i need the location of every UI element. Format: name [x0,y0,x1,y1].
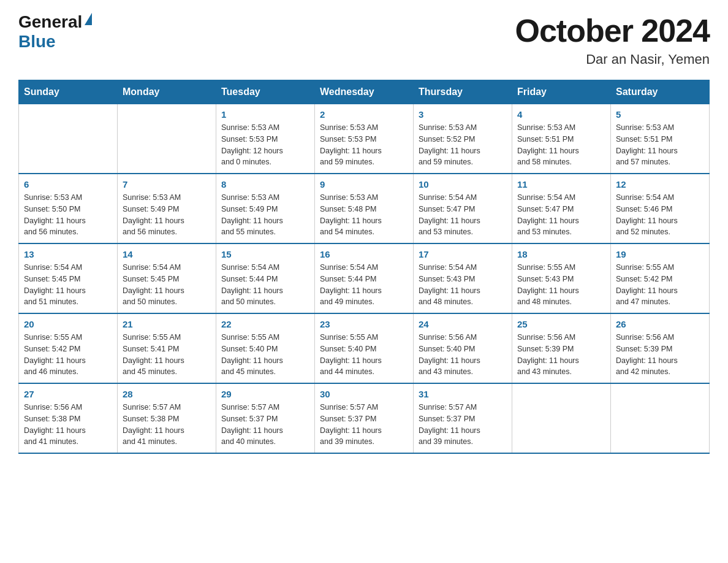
calendar-cell: 24Sunrise: 5:56 AM Sunset: 5:40 PM Dayli… [414,313,512,383]
day-info: Sunrise: 5:55 AM Sunset: 5:40 PM Dayligh… [221,332,309,378]
day-info: Sunrise: 5:54 AM Sunset: 5:47 PM Dayligh… [517,192,605,238]
day-number: 17 [419,249,507,259]
day-info: Sunrise: 5:53 AM Sunset: 5:49 PM Dayligh… [221,192,309,238]
day-number: 8 [221,179,309,190]
day-number: 16 [320,249,408,259]
day-number: 5 [616,109,704,120]
calendar-week-5: 27Sunrise: 5:56 AM Sunset: 5:38 PM Dayli… [19,383,710,453]
calendar-cell: 3Sunrise: 5:53 AM Sunset: 5:52 PM Daylig… [414,104,512,174]
calendar-cell: 2Sunrise: 5:53 AM Sunset: 5:53 PM Daylig… [315,104,414,174]
day-number: 26 [616,319,704,329]
day-info: Sunrise: 5:53 AM Sunset: 5:51 PM Dayligh… [616,122,704,168]
day-header-sunday: Sunday [19,80,118,104]
day-info: Sunrise: 5:55 AM Sunset: 5:42 PM Dayligh… [24,332,112,378]
day-info: Sunrise: 5:54 AM Sunset: 5:43 PM Dayligh… [419,262,507,308]
day-info: Sunrise: 5:54 AM Sunset: 5:47 PM Dayligh… [419,192,507,238]
calendar-cell: 22Sunrise: 5:55 AM Sunset: 5:40 PM Dayli… [216,313,315,383]
day-number: 3 [419,109,507,120]
calendar-cell: 7Sunrise: 5:53 AM Sunset: 5:49 PM Daylig… [118,174,216,243]
day-info: Sunrise: 5:55 AM Sunset: 5:41 PM Dayligh… [123,332,211,378]
calendar-cell: 25Sunrise: 5:56 AM Sunset: 5:39 PM Dayli… [512,313,611,383]
calendar-cell [611,383,710,453]
day-number: 30 [320,389,408,399]
day-number: 1 [221,109,309,120]
location: Dar an Nasir, Yemen [515,52,710,67]
calendar-cell: 5Sunrise: 5:53 AM Sunset: 5:51 PM Daylig… [611,104,710,174]
day-info: Sunrise: 5:53 AM Sunset: 5:52 PM Dayligh… [419,122,507,168]
calendar-cell: 6Sunrise: 5:53 AM Sunset: 5:50 PM Daylig… [19,174,118,243]
calendar-cell: 1Sunrise: 5:53 AM Sunset: 5:53 PM Daylig… [216,104,315,174]
day-info: Sunrise: 5:54 AM Sunset: 5:45 PM Dayligh… [123,262,211,308]
day-info: Sunrise: 5:53 AM Sunset: 5:51 PM Dayligh… [517,122,605,168]
day-number: 18 [517,249,605,259]
calendar-cell: 23Sunrise: 5:55 AM Sunset: 5:40 PM Dayli… [315,313,414,383]
day-header-saturday: Saturday [611,80,710,104]
day-number: 14 [123,249,211,259]
calendar-table: SundayMondayTuesdayWednesdayThursdayFrid… [18,80,710,454]
calendar-cell [19,104,118,174]
day-number: 6 [24,179,112,190]
month-title: October 2024 [515,12,710,49]
day-info: Sunrise: 5:55 AM Sunset: 5:42 PM Dayligh… [616,262,704,308]
day-number: 20 [24,319,112,329]
day-number: 12 [616,179,704,190]
day-info: Sunrise: 5:53 AM Sunset: 5:53 PM Dayligh… [320,122,408,168]
calendar-cell: 28Sunrise: 5:57 AM Sunset: 5:38 PM Dayli… [118,383,216,453]
day-number: 25 [517,319,605,329]
day-info: Sunrise: 5:55 AM Sunset: 5:43 PM Dayligh… [517,262,605,308]
calendar-cell: 26Sunrise: 5:56 AM Sunset: 5:39 PM Dayli… [611,313,710,383]
calendar-cell: 17Sunrise: 5:54 AM Sunset: 5:43 PM Dayli… [414,243,512,313]
day-number: 24 [419,319,507,329]
day-number: 23 [320,319,408,329]
day-number: 13 [24,249,112,259]
calendar-cell: 16Sunrise: 5:54 AM Sunset: 5:44 PM Dayli… [315,243,414,313]
calendar-cell: 29Sunrise: 5:57 AM Sunset: 5:37 PM Dayli… [216,383,315,453]
day-info: Sunrise: 5:57 AM Sunset: 5:38 PM Dayligh… [123,402,211,448]
day-header-thursday: Thursday [414,80,512,104]
calendar-cell: 21Sunrise: 5:55 AM Sunset: 5:41 PM Dayli… [118,313,216,383]
calendar-cell: 12Sunrise: 5:54 AM Sunset: 5:46 PM Dayli… [611,174,710,243]
day-info: Sunrise: 5:53 AM Sunset: 5:53 PM Dayligh… [221,122,309,168]
day-number: 2 [320,109,408,120]
day-info: Sunrise: 5:57 AM Sunset: 5:37 PM Dayligh… [221,402,309,448]
calendar-cell: 18Sunrise: 5:55 AM Sunset: 5:43 PM Dayli… [512,243,611,313]
calendar-week-1: 1Sunrise: 5:53 AM Sunset: 5:53 PM Daylig… [19,104,710,174]
calendar-cell: 15Sunrise: 5:54 AM Sunset: 5:44 PM Dayli… [216,243,315,313]
day-info: Sunrise: 5:54 AM Sunset: 5:45 PM Dayligh… [24,262,112,308]
day-info: Sunrise: 5:54 AM Sunset: 5:46 PM Dayligh… [616,192,704,238]
day-number: 19 [616,249,704,259]
day-number: 21 [123,319,211,329]
calendar-cell: 9Sunrise: 5:53 AM Sunset: 5:48 PM Daylig… [315,174,414,243]
calendar-cell [512,383,611,453]
calendar-cell: 19Sunrise: 5:55 AM Sunset: 5:42 PM Dayli… [611,243,710,313]
day-info: Sunrise: 5:56 AM Sunset: 5:39 PM Dayligh… [616,332,704,378]
day-header-wednesday: Wednesday [315,80,414,104]
logo-general-text: General [18,12,82,32]
calendar-cell: 27Sunrise: 5:56 AM Sunset: 5:38 PM Dayli… [19,383,118,453]
day-number: 28 [123,389,211,399]
calendar-cell: 4Sunrise: 5:53 AM Sunset: 5:51 PM Daylig… [512,104,611,174]
day-info: Sunrise: 5:53 AM Sunset: 5:48 PM Dayligh… [320,192,408,238]
calendar-week-3: 13Sunrise: 5:54 AM Sunset: 5:45 PM Dayli… [19,243,710,313]
day-info: Sunrise: 5:56 AM Sunset: 5:39 PM Dayligh… [517,332,605,378]
day-header-tuesday: Tuesday [216,80,315,104]
calendar-cell: 10Sunrise: 5:54 AM Sunset: 5:47 PM Dayli… [414,174,512,243]
day-number: 4 [517,109,605,120]
day-number: 15 [221,249,309,259]
day-info: Sunrise: 5:53 AM Sunset: 5:50 PM Dayligh… [24,192,112,238]
day-number: 27 [24,389,112,399]
calendar-cell: 30Sunrise: 5:57 AM Sunset: 5:37 PM Dayli… [315,383,414,453]
day-info: Sunrise: 5:53 AM Sunset: 5:49 PM Dayligh… [123,192,211,238]
day-info: Sunrise: 5:54 AM Sunset: 5:44 PM Dayligh… [221,262,309,308]
calendar-cell: 20Sunrise: 5:55 AM Sunset: 5:42 PM Dayli… [19,313,118,383]
calendar-cell: 11Sunrise: 5:54 AM Sunset: 5:47 PM Dayli… [512,174,611,243]
day-info: Sunrise: 5:54 AM Sunset: 5:44 PM Dayligh… [320,262,408,308]
day-info: Sunrise: 5:57 AM Sunset: 5:37 PM Dayligh… [320,402,408,448]
day-number: 7 [123,179,211,190]
logo-blue-text: Blue [18,32,56,52]
calendar-cell: 31Sunrise: 5:57 AM Sunset: 5:37 PM Dayli… [414,383,512,453]
day-info: Sunrise: 5:57 AM Sunset: 5:37 PM Dayligh… [419,402,507,448]
day-number: 31 [419,389,507,399]
day-number: 11 [517,179,605,190]
calendar-cell [118,104,216,174]
